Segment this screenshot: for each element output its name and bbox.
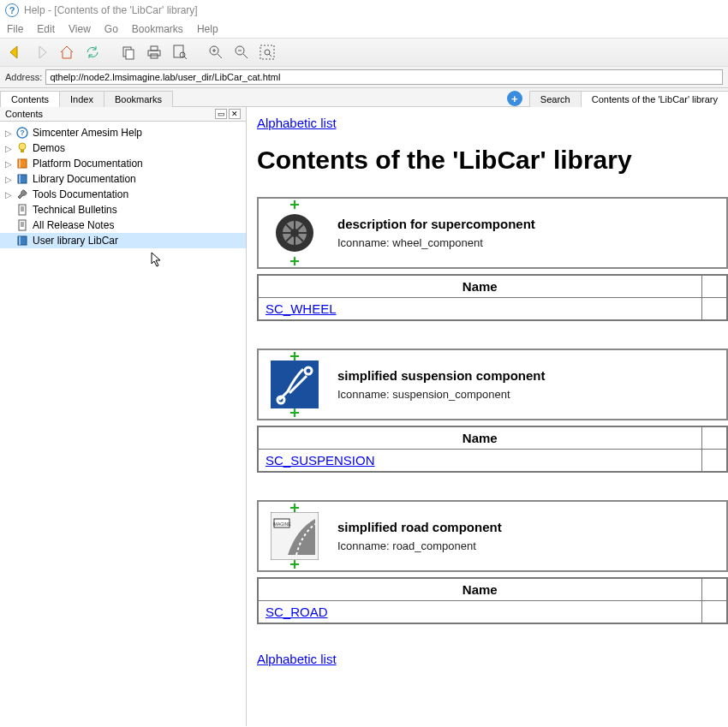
- title-bar: ? Help - [Contents of the 'LibCar' libra…: [0, 0, 728, 21]
- svg-line-17: [269, 54, 272, 57]
- window-title: Help - [Contents of the 'LibCar' library…: [24, 4, 198, 16]
- name-column-header: Name: [258, 275, 701, 298]
- svg-line-7: [184, 57, 187, 59]
- book-blue-icon: [15, 172, 29, 186]
- name-column-header: Name: [258, 578, 701, 601]
- tree-item-3[interactable]: ▷Library Documentation: [0, 171, 246, 187]
- page-icon: [15, 218, 29, 232]
- menu-bar: File Edit View Go Bookmarks Help: [0, 21, 728, 38]
- tree-item-label: Technical Bulletins: [33, 204, 117, 216]
- tree-item-1[interactable]: ▷Demos: [0, 140, 246, 156]
- sidebar-header: Contents ▭ ✕: [0, 107, 246, 122]
- sidebar-title: Contents: [5, 109, 43, 119]
- page-heading: Contents of the 'LibCar' library: [257, 146, 728, 175]
- tree-item-0[interactable]: ▷?Simcenter Amesim Help: [0, 125, 246, 140]
- svg-line-13: [243, 54, 248, 58]
- menu-file[interactable]: File: [7, 23, 23, 35]
- address-label: Address:: [5, 72, 42, 82]
- tree-item-2[interactable]: ▷Platform Documentation: [0, 156, 246, 171]
- svg-point-20: [19, 143, 26, 150]
- tree-item-label: All Release Notes: [33, 219, 114, 231]
- tree-item-label: Simcenter Amesim Help: [33, 127, 142, 139]
- tab-contents[interactable]: Contents: [0, 91, 60, 107]
- tab-bookmarks[interactable]: Bookmarks: [104, 91, 173, 107]
- component-description: description for supercomponent: [337, 217, 535, 231]
- svg-rect-30: [19, 220, 26, 230]
- question-icon: ?: [15, 126, 29, 140]
- doc-tab-0[interactable]: Search: [529, 91, 582, 107]
- help-app-icon: ?: [5, 3, 19, 17]
- component-box-2: IMAGINEsimplified road componentIconname…: [257, 500, 728, 572]
- alphabetic-list-link-bottom[interactable]: Alphabetic list: [257, 652, 337, 666]
- tree-caret-icon[interactable]: ▷: [3, 144, 14, 153]
- menu-view[interactable]: View: [69, 23, 91, 35]
- tree-item-5[interactable]: Technical Bulletins: [0, 202, 246, 218]
- back-button[interactable]: [5, 42, 26, 63]
- book-blue-icon: [15, 234, 29, 247]
- undock-panel-button[interactable]: ▭: [215, 109, 227, 119]
- svg-rect-2: [148, 51, 160, 56]
- tab-index[interactable]: Index: [59, 91, 104, 107]
- tab-strip: ContentsIndexBookmarks + SearchContents …: [0, 88, 728, 107]
- road-component-icon: IMAGINE: [267, 509, 322, 563]
- menu-help[interactable]: Help: [197, 23, 218, 35]
- tree-caret-icon[interactable]: ▷: [3, 128, 14, 138]
- forward-button[interactable]: [31, 42, 51, 63]
- toolbar: [0, 38, 728, 67]
- add-tab-button[interactable]: +: [507, 91, 522, 106]
- menu-edit[interactable]: Edit: [37, 23, 55, 35]
- close-panel-button[interactable]: ✕: [229, 109, 241, 119]
- component-description: simplified road component: [337, 520, 502, 534]
- component-name-table-0: NameSC_WHEEL: [257, 274, 728, 321]
- svg-rect-3: [151, 46, 158, 51]
- page-icon: [15, 203, 29, 217]
- book-orange-icon: [15, 157, 29, 170]
- home-button[interactable]: [57, 42, 77, 63]
- component-link-SC_SUSPENSION[interactable]: SC_SUSPENSION: [266, 453, 375, 468]
- copy-button[interactable]: [118, 42, 139, 63]
- tree-item-6[interactable]: All Release Notes: [0, 218, 246, 233]
- bulb-icon: [15, 141, 29, 155]
- wheel-component-icon: [267, 206, 322, 260]
- find-in-page-button[interactable]: [170, 42, 190, 63]
- alphabetic-list-link-top[interactable]: Alphabetic list: [257, 116, 337, 130]
- component-box-1: simplified suspension componentIconname:…: [257, 349, 728, 420]
- zoom-out-button[interactable]: [231, 42, 252, 63]
- tree-item-7[interactable]: User library LibCar: [0, 233, 246, 248]
- sync-button[interactable]: [82, 42, 103, 63]
- component-name-table-2: NameSC_ROAD: [257, 577, 728, 624]
- tree-item-label: Platform Documentation: [33, 158, 143, 170]
- contents-sidebar: Contents ▭ ✕ ▷?Simcenter Amesim Help▷Dem…: [0, 107, 247, 726]
- name-column-header: Name: [258, 426, 701, 450]
- component-iconname: Iconname: road_component: [337, 539, 502, 552]
- tree-item-label: User library LibCar: [33, 235, 118, 247]
- tree-caret-icon[interactable]: ▷: [3, 175, 14, 184]
- component-iconname: Iconname: wheel_component: [337, 236, 535, 249]
- zoom-in-button[interactable]: [206, 42, 226, 63]
- tree-item-label: Demos: [33, 142, 65, 154]
- contents-tree[interactable]: ▷?Simcenter Amesim Help▷Demos▷Platform D…: [0, 122, 246, 726]
- tree-item-label: Tools Documentation: [33, 188, 128, 200]
- address-input[interactable]: [45, 69, 723, 85]
- component-link-SC_WHEEL[interactable]: SC_WHEEL: [266, 301, 337, 316]
- tree-caret-icon[interactable]: ▷: [3, 190, 14, 200]
- tree-item-label: Library Documentation: [33, 173, 136, 185]
- help-content[interactable]: Alphabetic list Contents of the 'LibCar'…: [247, 107, 728, 726]
- zoom-reset-button[interactable]: [257, 42, 277, 63]
- print-button[interactable]: [144, 42, 164, 63]
- address-bar: Address:: [0, 67, 728, 88]
- component-box-0: description for supercomponentIconname: …: [257, 197, 728, 269]
- component-link-SC_ROAD[interactable]: SC_ROAD: [266, 605, 328, 619]
- menu-bookmarks[interactable]: Bookmarks: [132, 23, 183, 35]
- tree-item-4[interactable]: ▷Tools Documentation: [0, 187, 246, 202]
- svg-rect-26: [19, 205, 26, 215]
- svg-rect-15: [260, 45, 274, 59]
- component-description: simplified suspension component: [337, 368, 546, 383]
- wrench-icon: [15, 188, 29, 201]
- tree-caret-icon[interactable]: ▷: [3, 159, 14, 169]
- svg-rect-1: [126, 50, 134, 59]
- doc-tab-1[interactable]: Contents of the 'LibCar' library: [581, 91, 728, 107]
- svg-line-9: [218, 54, 222, 58]
- menu-go[interactable]: Go: [104, 23, 118, 35]
- svg-rect-21: [21, 150, 24, 152]
